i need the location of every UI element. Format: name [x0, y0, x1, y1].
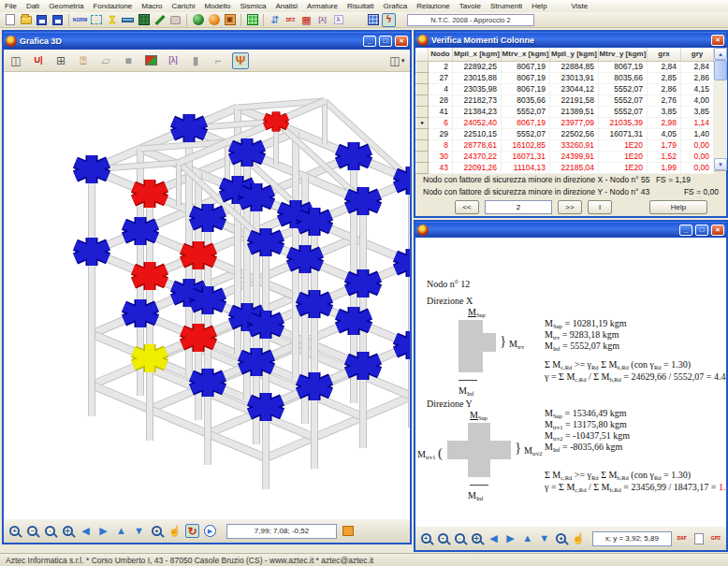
column-export-icon[interactable]: ⇵ [268, 13, 282, 27]
close-button[interactable]: × [395, 36, 408, 47]
cell-grx[interactable]: 2,76 [648, 94, 681, 106]
cell-mpil-x[interactable]: 22091,26 [453, 162, 502, 173]
minimize-button[interactable]: _ [363, 36, 376, 47]
maximize-button[interactable]: □ [695, 225, 708, 236]
row-marker[interactable] [416, 162, 429, 173]
save-icon[interactable] [35, 13, 49, 27]
cell-nodo[interactable]: 28 [429, 94, 453, 106]
cell-mtrv-x[interactable]: 8067,19 [502, 61, 550, 72]
pan-down-icon[interactable]: ▼ [132, 524, 146, 538]
pan-left-icon[interactable]: ◀ [79, 524, 93, 538]
analysis-orange-sphere-icon[interactable] [207, 13, 221, 27]
cell-mpil-x[interactable]: 22510,15 [453, 128, 502, 139]
cell-grx[interactable]: 1,52 [648, 151, 681, 162]
menu-geometria[interactable]: Geometria [44, 1, 88, 11]
cell-gry[interactable]: 0,00 [681, 151, 714, 162]
cell-gry[interactable]: 0,00 [681, 139, 714, 151]
menu-strumenti[interactable]: Strumenti [486, 1, 527, 11]
menu-dati[interactable]: Dati [22, 1, 44, 11]
dettaglio-titlebar[interactable]: _ □ × [415, 222, 726, 238]
grafica-3d-titlebar[interactable]: Grafica 3D _ □ × [4, 32, 410, 50]
norm-icon[interactable]: NORM [73, 13, 87, 27]
pencil-icon[interactable] [153, 13, 167, 27]
menu-carichi[interactable]: Carichi [167, 1, 200, 11]
xy-coordinates-display[interactable]: x; y = 3,92; 5,89 [592, 531, 672, 546]
cell-gry[interactable]: 3,85 [681, 106, 714, 117]
cell-mpil-y[interactable]: 22185,04 [550, 162, 599, 173]
solid-view-icon[interactable]: ■ [120, 52, 137, 69]
menu-help[interactable]: Help [527, 1, 551, 11]
menu-modello[interactable]: Modello [199, 1, 235, 11]
zoom-in-icon[interactable]: + [7, 524, 22, 538]
building-3d-icon[interactable] [366, 13, 380, 27]
zoom-out-icon[interactable]: − [436, 531, 449, 545]
pan-down-icon[interactable]: ▼ [538, 531, 551, 545]
zoom-window-icon[interactable]: ⌖ [150, 524, 164, 538]
mesh-green-grid-icon[interactable] [245, 13, 259, 27]
cell-mpil-y[interactable]: 21389,51 [550, 106, 599, 117]
row-marker[interactable] [416, 94, 429, 106]
cell-mpil-y[interactable]: 23044,12 [550, 83, 599, 94]
print-preview-icon[interactable] [692, 531, 706, 545]
cell-mtrv-y[interactable]: 16071,31 [599, 128, 648, 139]
cell-grx[interactable]: 2,98 [648, 117, 681, 128]
cell-mpil-x[interactable]: 24052,40 [453, 117, 502, 128]
cell-nodo[interactable]: 30 [429, 151, 453, 162]
scroll-track[interactable] [714, 80, 727, 158]
cell-nodo[interactable]: 43 [429, 162, 453, 173]
menu-relazione[interactable]: Relazione [412, 1, 455, 11]
cell-nodo[interactable]: 2 [429, 61, 453, 72]
cell-grx[interactable]: 2,85 [648, 72, 681, 83]
menu-fondazione[interactable]: Fondazione [88, 1, 137, 11]
vertical-scrollbar[interactable]: ▲ ▼ [714, 48, 727, 170]
row-marker[interactable] [416, 106, 429, 117]
cell-mtrv-y[interactable]: 8035,66 [599, 72, 648, 83]
animate-play-icon[interactable]: ▶ [203, 524, 217, 538]
bar-gray-icon[interactable]: ▮ [187, 52, 204, 69]
verify-orange-box-icon[interactable]: ▣ [223, 13, 237, 27]
cell-mpil-y[interactable]: 23013,91 [550, 72, 599, 83]
pan-right-icon[interactable]: ▶ [96, 524, 110, 538]
maximize-button[interactable]: □ [379, 36, 392, 47]
cell-gry[interactable]: 1,40 [681, 128, 714, 139]
zoom-window-icon[interactable]: ⌖ [555, 531, 568, 545]
section-beam-icon[interactable] [121, 13, 135, 27]
cell-grx[interactable]: 2,84 [648, 61, 681, 72]
zoom-extents-icon[interactable]: ✛ [61, 524, 75, 538]
frame-front-icon[interactable]: ◫ [7, 52, 24, 69]
render-colors-icon[interactable] [142, 52, 159, 69]
pan-right-icon[interactable]: ▶ [503, 531, 517, 545]
table-row[interactable]: 2822182,738035,6622191,585552,072,764,00 [416, 94, 714, 106]
pan-left-icon[interactable]: ◀ [487, 531, 500, 545]
slab-grid-icon[interactable] [137, 13, 151, 27]
moments-trident-icon[interactable]: Ψ [232, 52, 249, 69]
cell-grx[interactable]: 1,99 [648, 162, 681, 173]
cell-mpil-x[interactable]: 23035,98 [453, 83, 502, 94]
menu-risultati[interactable]: Risultati [342, 1, 378, 11]
verifica-titlebar[interactable]: Verifica Momenti Colonne × [415, 32, 726, 48]
diagram-corner-icon[interactable]: ⌐ [210, 52, 226, 69]
row-marker[interactable] [416, 151, 429, 162]
cell-gry[interactable]: 2,86 [681, 72, 714, 83]
cell-mtrv-x[interactable]: 8067,19 [502, 117, 550, 128]
close-button[interactable]: × [711, 35, 724, 46]
table-row[interactable]: 2922510,155552,0722502,5616071,314,051,4… [416, 128, 714, 139]
cell-mtrv-y[interactable]: 5552,07 [599, 83, 648, 94]
table-row[interactable]: 423035,988067,1923044,125552,072,864,15 [416, 83, 714, 94]
cell-nodo[interactable]: 41 [429, 106, 453, 117]
table-row[interactable]: 2723015,888067,1923013,918035,662,852,86 [416, 72, 714, 83]
modal-lambda-icon[interactable]: [λ] [165, 52, 182, 69]
scroll-down-icon[interactable]: ▼ [714, 158, 727, 170]
zoom-previous-icon[interactable]: ▫ [43, 524, 57, 538]
cell-mtrv-x[interactable]: 5552,07 [502, 106, 550, 117]
next-button[interactable]: >> [558, 200, 582, 214]
cell-mpil-x[interactable]: 28778,61 [453, 139, 502, 151]
cell-grx[interactable]: 2,86 [648, 83, 681, 94]
cell-mtrv-y[interactable]: 5552,07 [599, 94, 648, 106]
coordinates-display[interactable]: 7,99; 7,08; -0,52 [226, 524, 337, 539]
selection-box-icon[interactable] [89, 13, 103, 27]
dxf-wave-icon[interactable]: DFZ [284, 13, 298, 27]
frame-views-dropdown[interactable]: ◫▼ [389, 52, 406, 69]
dxf-export-icon[interactable]: DXF [676, 531, 689, 545]
stamp-icon[interactable] [168, 13, 182, 27]
